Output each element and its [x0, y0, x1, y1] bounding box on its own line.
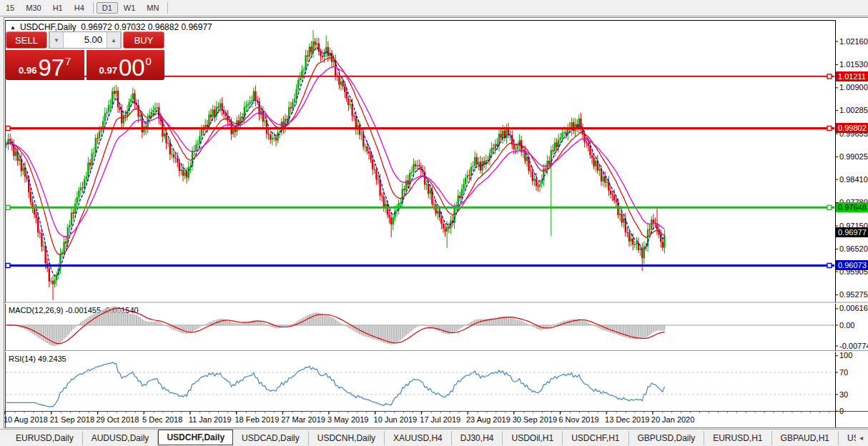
- date-label: 18 Feb 2019: [235, 415, 280, 424]
- buy-price-pip: 0: [146, 55, 152, 67]
- buy-price-prefix: 0.97: [99, 65, 117, 76]
- price-level-tag: 0.99802: [836, 123, 868, 133]
- macd-tick-label: 0.006166: [839, 304, 868, 312]
- price-level-tag: 0.96073: [836, 260, 868, 270]
- rsi-tick-label: 30: [839, 390, 848, 399]
- date-label: 11 Jan 2019: [189, 415, 232, 424]
- sell-price-prefix: 0.96: [19, 65, 36, 76]
- price-tick-label: 1.00900: [839, 83, 868, 91]
- price-tick-label: 0.98410: [839, 175, 868, 184]
- volume-input[interactable]: 5.00: [64, 32, 107, 48]
- price-tick-label: 0.99025: [839, 152, 868, 161]
- price-level-tag: 1.01211: [836, 71, 868, 81]
- price-tick-label: 1.01530: [839, 60, 868, 69]
- price-tick-label: 0.95275: [839, 290, 868, 299]
- price-tick-label: 0.96520: [839, 244, 868, 253]
- sell-button[interactable]: SELL: [6, 31, 47, 49]
- date-label: 17 Jul 2019: [420, 415, 460, 424]
- price-tick-label: 1.02160: [839, 37, 868, 46]
- buy-price-main: 00: [119, 57, 145, 79]
- chart-title: ▲USDCHF,Daily 0.96972 0.97032 0.96882 0.…: [10, 22, 212, 32]
- current-price-tag: 0.96977: [836, 227, 868, 237]
- date-label: 30 Sep 2019: [513, 415, 557, 424]
- date-label: 6 Nov 2019: [558, 415, 598, 424]
- macd-tick-label: 0.00: [839, 321, 854, 329]
- buy-price-display[interactable]: 0.97000: [87, 50, 165, 80]
- chart-ohlc-values: 0.96972 0.97032 0.96882 0.96977: [81, 22, 212, 32]
- rsi-tick-label: 70: [839, 368, 848, 377]
- volume-increase-button[interactable]: ▲: [107, 32, 121, 48]
- date-label: 13 Dec 2019: [605, 415, 649, 424]
- date-label: 27 Mar 2019: [281, 415, 325, 424]
- date-label: 10 Aug 2018: [4, 415, 48, 424]
- collapse-chart-icon[interactable]: ▲: [10, 24, 16, 31]
- chart-window-left-edge: [0, 17, 4, 428]
- chart-symbol-label: USDCHF,Daily: [20, 22, 77, 32]
- macd-tick-label: -0.007745: [839, 342, 868, 350]
- price-level-tag: 0.97648: [836, 202, 868, 212]
- price-tick-label: 1.00285: [839, 106, 868, 114]
- trade-panel: SELL ▼ 5.00 ▲ BUY 0.96977 0.97000: [6, 31, 164, 80]
- rsi-tick-label: 100: [839, 351, 852, 360]
- mt4-window: 15M30H1H4D1W1MN ▲USDCHF,Daily 0.96972 0.…: [0, 0, 868, 446]
- rsi-tick-label: 0: [839, 407, 844, 415]
- date-label: 3 May 2019: [327, 415, 368, 424]
- date-label: 23 Aug 2019: [466, 415, 511, 424]
- date-label: 5 Dec 2018: [142, 415, 182, 424]
- date-label: 21 Sep 2018: [50, 415, 94, 424]
- date-label: 20 Jan 2020: [651, 415, 695, 424]
- date-label: 29 Oct 2018: [96, 415, 139, 424]
- sell-price-display[interactable]: 0.96977: [6, 50, 84, 80]
- volume-spinner: ▼ 5.00 ▲: [49, 31, 122, 49]
- date-label: 10 Jun 2019: [374, 415, 418, 424]
- buy-button[interactable]: BUY: [123, 31, 164, 49]
- volume-decrease-button[interactable]: ▼: [49, 32, 64, 48]
- sell-price-pip: 7: [65, 55, 71, 67]
- sell-price-main: 97: [38, 57, 64, 79]
